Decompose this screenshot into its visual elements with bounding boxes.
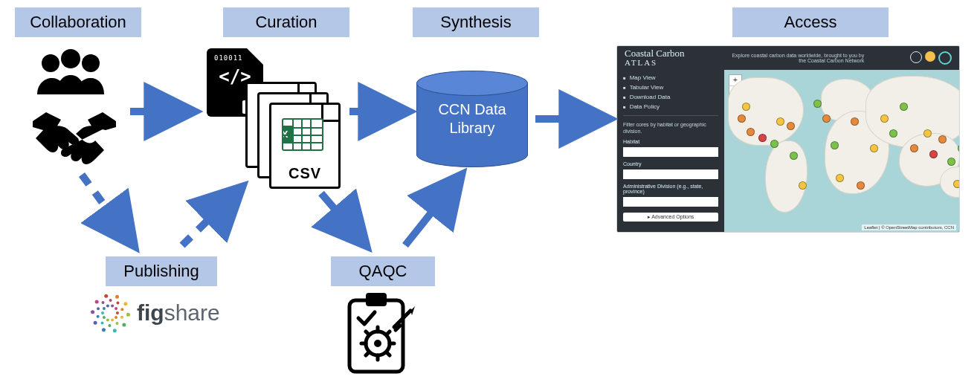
diagram-canvas: Collaboration Curation Synthesis Access … bbox=[0, 0, 980, 391]
map-menu-mapview[interactable]: Map View bbox=[623, 74, 718, 81]
map-tagline: Explore coastal carbon data worldwide, b… bbox=[730, 53, 864, 63]
arrow-collab-to-publishing bbox=[82, 175, 134, 245]
qaqc-clipboard-icon bbox=[342, 290, 416, 379]
stage-access: Access bbox=[732, 7, 889, 37]
csv-label: CSV bbox=[271, 165, 338, 182]
map-sidebar: Map View Tabular View Download Data Data… bbox=[617, 70, 724, 232]
figshare-logo: figshare bbox=[91, 294, 220, 332]
stage-collaboration: Collaboration bbox=[15, 7, 141, 37]
handshake-icon bbox=[30, 108, 119, 170]
map-label-admin: Administrative Division (e.g., state, pr… bbox=[623, 184, 718, 194]
db-line1: CCN Data bbox=[438, 101, 506, 117]
map-menu-download[interactable]: Download Data bbox=[623, 94, 718, 100]
excel-badge: X bbox=[282, 126, 294, 143]
map-brand: Coastal Carbon ATLAS bbox=[625, 48, 685, 67]
figshare-wordmark: figshare bbox=[137, 300, 220, 326]
svg-point-0 bbox=[42, 54, 59, 72]
r-file-bits: 010011 bbox=[214, 54, 243, 62]
map-label-habitat: Habitat bbox=[623, 139, 718, 144]
globe-icon bbox=[910, 51, 922, 63]
svg-point-1 bbox=[61, 49, 80, 68]
map-menu-tabular[interactable]: Tabular View bbox=[623, 84, 718, 91]
map-input-admin[interactable] bbox=[623, 197, 718, 207]
figshare-pinwheel-icon bbox=[91, 294, 129, 332]
map-header: Coastal Carbon ATLAS Explore coastal car… bbox=[617, 46, 959, 70]
ring-icon bbox=[938, 51, 952, 65]
csv-files-icon: X CSV bbox=[245, 82, 349, 193]
arrow-qaqc-to-synthesis bbox=[405, 175, 461, 245]
svg-point-6 bbox=[374, 340, 381, 347]
svg-marker-8 bbox=[410, 306, 415, 315]
db-line2: Library bbox=[449, 120, 494, 136]
map-input-habitat[interactable] bbox=[623, 147, 718, 157]
map-attribution: Leaflet | © OpenStreetMap contributors, … bbox=[862, 224, 956, 230]
map-filter-hint: Filter cores by habitat or geographic di… bbox=[623, 121, 718, 135]
map-input-country[interactable] bbox=[623, 169, 718, 179]
arrow-publishing-to-curation bbox=[182, 187, 242, 245]
map-label-country: Country bbox=[623, 161, 718, 167]
svg-point-2 bbox=[82, 54, 100, 72]
arrow-curation-to-qaqc bbox=[321, 193, 366, 245]
map-menu-policy[interactable]: Data Policy bbox=[623, 103, 718, 110]
svg-rect-3 bbox=[349, 300, 403, 372]
stage-synthesis: Synthesis bbox=[413, 7, 539, 37]
coastal-carbon-atlas-screenshot: Coastal Carbon ATLAS Explore coastal car… bbox=[617, 46, 959, 232]
stage-qaqc: QAQC bbox=[331, 256, 435, 286]
database-icon: CCN Data Library bbox=[416, 71, 528, 167]
people-icon bbox=[30, 48, 112, 103]
map-advanced-options[interactable]: ▸ Advanced Options bbox=[623, 213, 718, 222]
stage-curation: Curation bbox=[223, 7, 349, 37]
svg-rect-4 bbox=[366, 293, 387, 306]
stage-publishing: Publishing bbox=[106, 256, 217, 286]
map-canvas[interactable]: + − bbox=[724, 70, 959, 232]
sun-icon bbox=[925, 51, 935, 62]
